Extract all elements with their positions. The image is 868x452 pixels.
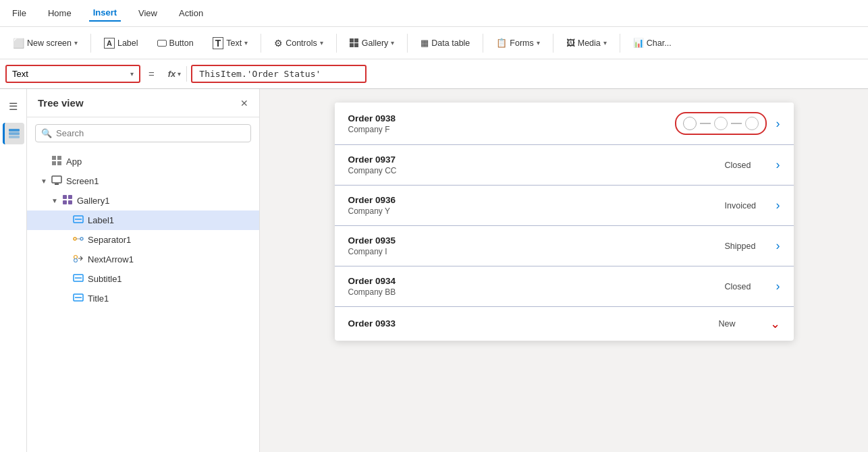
- row-4-arrow[interactable]: ›: [776, 279, 780, 293]
- menu-insert[interactable]: Insert: [89, 5, 121, 22]
- main-layout: ☰ Tree view ✕ 🔍 A: [0, 89, 868, 452]
- row-4-title: Order 0934: [348, 276, 725, 286]
- tree-title: Tree view: [38, 97, 84, 109]
- row-3-arrow[interactable]: ›: [776, 239, 780, 253]
- formula-input[interactable]: ThisItem.'Order Status': [191, 65, 367, 83]
- label1-icon: [73, 214, 84, 227]
- property-label: Text: [12, 69, 28, 79]
- row-0-title: Order 0938: [348, 113, 675, 123]
- toolbar: ⬜ New screen ▾ A Label Button T Text ▾ ⚙…: [0, 27, 868, 59]
- row-2-status: Invoiced: [725, 201, 765, 210]
- tree-close-btn[interactable]: ✕: [240, 98, 248, 109]
- text-btn[interactable]: T Text ▾: [205, 33, 256, 53]
- row-1-arrow[interactable]: ›: [776, 158, 780, 172]
- tree-item-label1[interactable]: Label1: [27, 210, 259, 230]
- tree-label-label1: Label1: [88, 215, 114, 225]
- row-2-title: Order 0936: [348, 195, 725, 205]
- row-5-arrow[interactable]: ⌄: [770, 316, 780, 331]
- chart-btn[interactable]: 📊 Char...: [626, 34, 679, 52]
- gallery-chevron-icon: ▾: [391, 39, 394, 47]
- tree-search-box[interactable]: 🔍: [35, 124, 251, 142]
- gallery-row-4[interactable]: Order 0934 Company BB Closed ›: [335, 266, 794, 307]
- tree-caret-screen1: ▼: [40, 177, 49, 185]
- fx-area: fx ▾ ThisItem.'Order Status': [163, 65, 863, 83]
- tree-item-subtitle1[interactable]: Subtitle1: [27, 269, 259, 289]
- row-0-arrow[interactable]: ›: [776, 117, 780, 131]
- gallery-row-0[interactable]: Order 0938 Company F ›: [335, 103, 794, 145]
- tree-panel: Tree view ✕ 🔍 App ▼: [27, 89, 260, 452]
- row-3-info: Order 0935 Company I: [348, 235, 725, 256]
- data-table-icon: ▦: [421, 38, 429, 48]
- sidebar-layers-btn[interactable]: [3, 123, 24, 144]
- tree-header: Tree view ✕: [27, 89, 259, 117]
- status-pill-control[interactable]: [675, 112, 767, 135]
- layers-icon: [8, 128, 20, 140]
- pill-circle-mid: [714, 117, 728, 130]
- forms-btn[interactable]: 📋 Forms ▾: [489, 34, 547, 52]
- tree-search-input[interactable]: [56, 128, 245, 138]
- canvas-area: Order 0938 Company F ›: [260, 89, 868, 452]
- chart-icon: 📊: [633, 38, 644, 48]
- tree-label-nextarrow1: NextArrow1: [88, 254, 134, 264]
- toolbar-separator-2: [261, 34, 261, 53]
- media-icon: 🖼: [566, 38, 575, 48]
- row-1-title: Order 0937: [348, 154, 725, 165]
- gallery-row-3[interactable]: Order 0935 Company I Shipped ›: [335, 226, 794, 266]
- controls-btn[interactable]: ⚙ Controls ▾: [267, 34, 331, 53]
- text-icon: T: [213, 37, 224, 49]
- row-0-subtitle: Company F: [348, 125, 675, 134]
- svg-rect-1: [9, 132, 20, 135]
- new-screen-btn[interactable]: ⬜ New screen ▾: [5, 34, 85, 53]
- menu-file[interactable]: File: [8, 5, 30, 21]
- row-0-info: Order 0938 Company F: [348, 113, 675, 134]
- pill-line-1: [700, 123, 711, 124]
- label-icon: A: [104, 38, 115, 49]
- gallery-list: Order 0938 Company F ›: [335, 103, 794, 341]
- toolbar-separator-3: [336, 34, 337, 53]
- toolbar-separator-1: [90, 34, 91, 53]
- tree-item-separator1[interactable]: Separator1: [27, 230, 259, 250]
- tree-item-app[interactable]: App: [27, 152, 259, 171]
- svg-rect-6: [57, 161, 61, 165]
- menu-view[interactable]: View: [134, 5, 161, 21]
- fx-dropdown-icon[interactable]: ▾: [178, 70, 181, 78]
- button-btn[interactable]: Button: [150, 34, 201, 52]
- toolbar-separator-4: [407, 34, 408, 53]
- svg-rect-4: [57, 156, 61, 160]
- row-1-info: Order 0937 Company CC: [348, 154, 725, 175]
- tree-item-gallery1[interactable]: ▼ Gallery1: [27, 191, 259, 210]
- svg-rect-10: [68, 195, 72, 199]
- new-screen-icon: ⬜: [13, 38, 24, 49]
- title1-icon: [73, 292, 84, 305]
- property-select[interactable]: Text ▾: [5, 65, 140, 83]
- gallery-row-2[interactable]: Order 0936 Company Y Invoiced ›: [335, 186, 794, 226]
- gallery-icon: [350, 38, 359, 48]
- sidebar-hamburger-btn[interactable]: ☰: [3, 96, 24, 117]
- svg-point-16: [80, 237, 83, 240]
- gallery-btn[interactable]: Gallery ▾: [342, 34, 402, 52]
- svg-rect-8: [55, 183, 59, 185]
- gallery-row-5[interactable]: Order 0933 New ⌄: [335, 307, 794, 341]
- tree-label-app: App: [66, 157, 82, 167]
- forms-chevron-icon: ▾: [537, 39, 540, 47]
- tree-item-nextarrow1[interactable]: NextArrow1: [27, 250, 259, 269]
- row-5-title: Order 0933: [348, 318, 719, 329]
- row-3-subtitle: Company I: [348, 247, 725, 256]
- tree-item-title1[interactable]: Title1: [27, 289, 259, 308]
- equals-sign: =: [146, 68, 157, 80]
- row-2-arrow[interactable]: ›: [776, 198, 780, 213]
- svg-point-18: [74, 256, 78, 259]
- tree-label-gallery1: Gallery1: [77, 196, 109, 206]
- menu-home[interactable]: Home: [44, 5, 76, 21]
- svg-rect-5: [52, 161, 56, 165]
- media-btn[interactable]: 🖼 Media ▾: [559, 34, 614, 52]
- tree-item-screen1[interactable]: ▼ Screen1: [27, 171, 259, 191]
- menu-action[interactable]: Action: [175, 5, 207, 21]
- data-table-btn[interactable]: ▦ Data table: [413, 34, 477, 52]
- tree-search-icon: 🔍: [41, 128, 52, 138]
- label-btn[interactable]: A Label: [97, 34, 146, 53]
- nextarrow1-icon: [73, 253, 84, 266]
- gallery-row-1[interactable]: Order 0937 Company CC Closed ›: [335, 145, 794, 186]
- app-preview: Order 0938 Company F ›: [335, 103, 794, 341]
- gallery1-icon: [62, 194, 73, 207]
